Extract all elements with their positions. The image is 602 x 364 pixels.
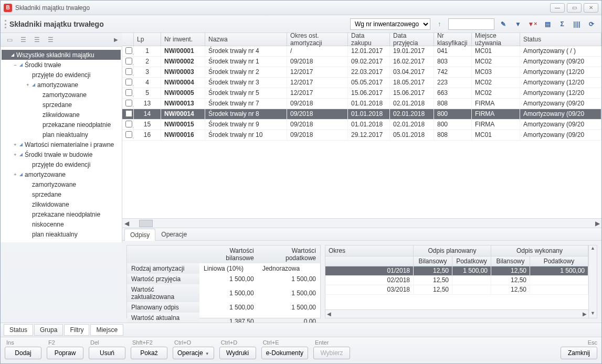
- filter-icon[interactable]: ▼: [512, 18, 524, 30]
- barcode-icon[interactable]: ||||: [571, 18, 583, 30]
- period-row[interactable]: 01/201812,501 500,0012,501 500,00: [325, 266, 588, 276]
- col-check[interactable]: [122, 33, 134, 46]
- tree-toggle-icon[interactable]: +: [12, 172, 18, 177]
- dr-hscroll[interactable]: ◀ ▶: [325, 309, 588, 318]
- row-checkbox[interactable]: [125, 79, 132, 85]
- col-inv[interactable]: Nr inwent.: [161, 33, 205, 46]
- row-checkbox[interactable]: [125, 121, 132, 127]
- tree-node[interactable]: przekazane nieodpłatnie: [2, 120, 121, 130]
- tab-operacje[interactable]: Operacje: [155, 228, 193, 240]
- tree-node[interactable]: zamortyzowane: [2, 179, 121, 189]
- scroll-thumb[interactable]: [139, 220, 153, 227]
- row-checkbox[interactable]: [125, 131, 132, 138]
- close-button[interactable]: ✕: [584, 3, 598, 13]
- show-button[interactable]: Pokaż: [131, 347, 167, 359]
- btab-status[interactable]: Status: [4, 324, 33, 336]
- table-row[interactable]: 4NW/00004Środek trwały nr 312/201705.05.…: [122, 78, 601, 88]
- btab-grupa[interactable]: Grupa: [34, 324, 63, 336]
- scroll-right-icon[interactable]: ▶: [593, 220, 601, 227]
- sort-select[interactable]: Wg nr inwentarzowego: [350, 18, 430, 30]
- tree-collapse-icon[interactable]: ▶: [114, 37, 118, 42]
- dr-scroll-left[interactable]: ◀: [325, 311, 333, 317]
- table-row[interactable]: 16NW/00016Środek trwały nr 1009/201829.1…: [122, 130, 601, 141]
- col-okres[interactable]: Okres ost. amortyzacji: [287, 33, 348, 46]
- col-status[interactable]: Status: [520, 33, 601, 46]
- dr-body[interactable]: 01/201812,501 500,0012,501 500,0002/2018…: [325, 266, 588, 309]
- table-row[interactable]: 14NW/00014Środek trwały nr 809/201801.01…: [122, 109, 601, 120]
- dr-sub-wp[interactable]: Podatkowy: [530, 256, 588, 266]
- dr-vscroll[interactable]: ▲ ▼: [588, 245, 597, 318]
- table-row[interactable]: 3NW/00003Środek trwały nr 212/201722.03.…: [122, 67, 601, 78]
- tree-node[interactable]: zlikwidowane: [2, 110, 121, 120]
- tree-node[interactable]: sprzedane: [2, 189, 121, 199]
- btab-filtry[interactable]: Filtry: [64, 324, 89, 336]
- col-klas[interactable]: Nr klasyfikacji: [434, 33, 472, 46]
- tree-node[interactable]: zlikwidowane: [2, 199, 121, 209]
- period-row[interactable]: 02/201812,5012,50: [325, 276, 588, 285]
- col-name[interactable]: Nazwa: [205, 33, 287, 46]
- col-lp[interactable]: Lp: [134, 33, 161, 46]
- tab-odpisy[interactable]: Odpisy: [124, 229, 155, 241]
- layers-icon[interactable]: ▤: [542, 18, 553, 30]
- row-checkbox[interactable]: [125, 47, 132, 54]
- tree-node[interactable]: przekazane nieodpłatnie: [2, 209, 121, 219]
- row-checkbox[interactable]: [125, 58, 132, 65]
- dr-scroll-right[interactable]: ▶: [581, 311, 588, 317]
- tree-toggle-icon[interactable]: +: [12, 142, 18, 147]
- minimize-button[interactable]: —: [550, 3, 565, 13]
- filter-edit-icon[interactable]: ✎: [498, 18, 509, 30]
- tree-node[interactable]: przyjęte do ewidencji: [2, 70, 121, 80]
- btab-miejsce[interactable]: Miejsce: [90, 324, 123, 336]
- row-checkbox[interactable]: [125, 110, 132, 117]
- table-row[interactable]: 1NW/00001Środek trwały nr 4/12.01.201719…: [122, 46, 601, 57]
- grid-hscroll[interactable]: ◀ ▶: [122, 218, 601, 228]
- tree-icon-3[interactable]: ☰: [32, 36, 41, 44]
- dr-col-plan[interactable]: Odpis planowany: [414, 245, 491, 256]
- tree-node[interactable]: niskocenne: [2, 219, 121, 229]
- table-row[interactable]: 2NW/00002Środek trwały nr 109/201809.02.…: [122, 57, 601, 67]
- table-row[interactable]: 5NW/00005Środek trwały nr 512/201715.06.…: [122, 88, 601, 99]
- period-row[interactable]: 03/201812,5012,50: [325, 285, 588, 295]
- col-miejsce[interactable]: Miejsce używania: [472, 33, 520, 46]
- tree-icon-2[interactable]: ☰: [18, 36, 28, 44]
- tree-node[interactable]: przyjęte do ewidencji: [2, 159, 121, 169]
- tree-node[interactable]: −◢Środki trwałe: [2, 60, 121, 70]
- add-button[interactable]: Dodaj: [5, 347, 41, 359]
- dr-scroll-down[interactable]: ▼: [590, 311, 595, 318]
- grid-body[interactable]: 1NW/00001Środek trwały nr 4/12.01.201719…: [122, 46, 601, 218]
- print-button[interactable]: Wydruki: [219, 347, 256, 359]
- search-input[interactable]: [448, 18, 494, 30]
- scroll-left-icon[interactable]: ◀: [122, 220, 131, 227]
- dr-sub-wb[interactable]: Bilansowy: [491, 256, 530, 266]
- close-footer-button[interactable]: Zamknij: [561, 347, 597, 359]
- tree-icon-1[interactable]: ▭: [5, 36, 14, 44]
- delete-button[interactable]: Usuń: [89, 347, 125, 359]
- maximize-button[interactable]: ▭: [567, 3, 582, 13]
- dr-sub-pp[interactable]: Podatkowy: [452, 256, 491, 266]
- row-checkbox[interactable]: [125, 100, 132, 106]
- row-checkbox[interactable]: [125, 68, 132, 75]
- dr-sub-pb[interactable]: Bilansowy: [414, 256, 452, 266]
- col-zakup[interactable]: Data zakupu: [348, 33, 390, 46]
- tree-node[interactable]: +◢amortyzowane: [2, 169, 121, 179]
- operations-button[interactable]: Operacje▼: [173, 347, 214, 359]
- tree-node[interactable]: ◢Wszystkie składniki majątku: [2, 50, 121, 60]
- dr-col-wyk[interactable]: Odpis wykonany: [491, 245, 588, 256]
- refresh-icon[interactable]: ⟳: [586, 18, 597, 30]
- row-checkbox[interactable]: [125, 89, 132, 96]
- filter-clear-icon[interactable]: ▼✕: [527, 18, 538, 30]
- tree-node[interactable]: +◢Środki trwałe w budowie: [2, 149, 121, 159]
- tree-node[interactable]: plan nieaktualny: [2, 229, 121, 239]
- tree-icon-4[interactable]: ☰: [46, 36, 55, 44]
- tree-toggle-icon[interactable]: +: [25, 82, 31, 88]
- table-row[interactable]: 13NW/00013Środek trwały nr 709/201801.01…: [122, 99, 601, 109]
- edoc-button[interactable]: e-Dokumenty: [261, 347, 308, 359]
- dr-col-okres[interactable]: Okres: [325, 245, 414, 256]
- tree-node[interactable]: +◢Wartości niematerialne i prawne: [2, 140, 121, 149]
- tree-node[interactable]: sprzedane: [2, 100, 121, 110]
- col-przyj[interactable]: Data przyjęcia: [390, 33, 434, 46]
- dr-scroll-up[interactable]: ▲: [590, 245, 595, 253]
- tree-toggle-icon[interactable]: −: [12, 62, 18, 68]
- edit-button[interactable]: Popraw: [47, 347, 83, 359]
- tree-node[interactable]: plan nieaktualny: [2, 130, 121, 140]
